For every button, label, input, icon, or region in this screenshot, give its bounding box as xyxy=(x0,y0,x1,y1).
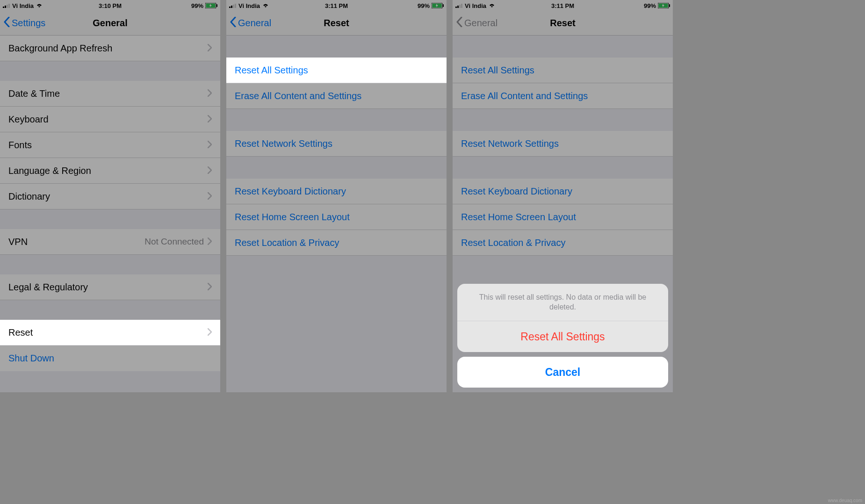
watermark: www.deuaq.com xyxy=(828,498,862,503)
page-title: General xyxy=(93,18,127,29)
row-reset-home-layout[interactable]: Reset Home Screen Layout xyxy=(226,204,447,230)
row-legal-regulatory[interactable]: Legal & Regulatory xyxy=(0,274,220,300)
row-erase-all: Erase All Content and Settings xyxy=(453,83,673,109)
cancel-button[interactable]: Cancel xyxy=(457,357,668,388)
confirm-reset-button[interactable]: Reset All Settings xyxy=(457,321,668,352)
svg-rect-10 xyxy=(235,4,236,8)
wifi-icon xyxy=(36,3,43,8)
row-label: Reset Network Settings xyxy=(235,138,438,149)
signal-icon xyxy=(229,3,237,8)
nav-bar: General Reset xyxy=(226,11,447,36)
svg-rect-7 xyxy=(229,7,231,8)
phone-screen-1: Vi India 3:10 PM 99% Settings General Ba… xyxy=(0,0,220,392)
row-label: Reset Home Screen Layout xyxy=(461,212,664,223)
chevron-right-icon xyxy=(208,166,212,176)
row-reset[interactable]: Reset xyxy=(0,320,220,346)
battery-pct: 99% xyxy=(418,2,430,9)
row-reset-all-settings[interactable]: Reset All Settings xyxy=(226,58,447,83)
svg-rect-17 xyxy=(461,4,462,8)
battery-charging-icon xyxy=(205,3,217,8)
signal-icon xyxy=(455,3,463,8)
svg-rect-3 xyxy=(8,4,10,8)
row-value: Not Connected xyxy=(144,237,204,247)
svg-rect-2 xyxy=(7,5,8,8)
row-reset-keyboard-dict: Reset Keyboard Dictionary xyxy=(453,179,673,204)
row-reset-network: Reset Network Settings xyxy=(453,131,673,157)
svg-rect-16 xyxy=(459,5,461,8)
chevron-left-icon xyxy=(230,17,236,29)
row-dictionary[interactable]: Dictionary xyxy=(0,184,220,209)
row-reset-network[interactable]: Reset Network Settings xyxy=(226,131,447,157)
svg-rect-9 xyxy=(233,5,234,8)
chevron-right-icon xyxy=(208,237,212,247)
status-time: 3:11 PM xyxy=(325,2,348,9)
row-label: Reset Location & Privacy xyxy=(235,238,438,248)
chevron-right-icon xyxy=(208,327,212,338)
row-label: Reset Location & Privacy xyxy=(461,238,664,248)
back-label: General xyxy=(464,18,497,29)
page-title: Reset xyxy=(550,18,575,29)
back-label: General xyxy=(238,18,271,29)
row-label: Reset Home Screen Layout xyxy=(235,212,438,223)
svg-rect-13 xyxy=(443,4,444,7)
row-date-time[interactable]: Date & Time xyxy=(0,81,220,107)
battery-charging-icon xyxy=(432,3,444,8)
row-reset-all-settings: Reset All Settings xyxy=(453,58,673,83)
row-label: VPN xyxy=(8,237,144,247)
battery-pct: 99% xyxy=(191,2,203,9)
carrier-label: Vi India xyxy=(12,2,34,9)
status-time: 3:11 PM xyxy=(551,2,574,9)
row-reset-location-privacy: Reset Location & Privacy xyxy=(453,230,673,256)
row-language-region[interactable]: Language & Region xyxy=(0,158,220,184)
battery-pct: 99% xyxy=(644,2,656,9)
status-bar: Vi India 3:11 PM 99% xyxy=(453,0,673,11)
row-label: Reset Keyboard Dictionary xyxy=(461,186,664,197)
row-keyboard[interactable]: Keyboard xyxy=(0,107,220,132)
row-reset-location-privacy[interactable]: Reset Location & Privacy xyxy=(226,230,447,256)
back-button-settings[interactable]: Settings xyxy=(0,17,45,29)
row-background-app-refresh[interactable]: Background App Refresh xyxy=(0,36,220,61)
wifi-icon xyxy=(488,3,496,8)
sheet-message: This will reset all settings. No data or… xyxy=(457,284,668,321)
row-label: Erase All Content and Settings xyxy=(461,91,664,101)
status-time: 3:10 PM xyxy=(99,2,122,9)
chevron-right-icon xyxy=(208,88,212,99)
nav-bar: Settings General xyxy=(0,11,220,36)
svg-rect-15 xyxy=(457,6,459,8)
chevron-right-icon xyxy=(208,191,212,202)
phone-screen-2: Vi India 3:11 PM 99% General Reset Reset… xyxy=(226,0,447,392)
carrier-label: Vi India xyxy=(465,2,486,9)
row-label: Shut Down xyxy=(8,353,212,364)
row-reset-home-layout: Reset Home Screen Layout xyxy=(453,204,673,230)
status-bar: Vi India 3:11 PM 99% xyxy=(226,0,447,11)
svg-rect-0 xyxy=(3,7,4,8)
svg-rect-1 xyxy=(5,6,6,8)
svg-rect-14 xyxy=(455,7,457,8)
row-reset-keyboard-dict[interactable]: Reset Keyboard Dictionary xyxy=(226,179,447,204)
chevron-right-icon xyxy=(208,43,212,54)
battery-charging-icon xyxy=(658,3,670,8)
row-label: Keyboard xyxy=(8,114,208,125)
row-fonts[interactable]: Fonts xyxy=(0,132,220,158)
chevron-right-icon xyxy=(208,140,212,151)
row-erase-all[interactable]: Erase All Content and Settings xyxy=(226,83,447,109)
phone-screen-3: Vi India 3:11 PM 99% General Reset Reset… xyxy=(453,0,673,392)
row-label: Language & Region xyxy=(8,166,208,176)
chevron-right-icon xyxy=(208,282,212,293)
signal-icon xyxy=(3,3,10,8)
nav-bar: General Reset xyxy=(453,11,673,36)
row-shut-down[interactable]: Shut Down xyxy=(0,346,220,371)
row-vpn[interactable]: VPNNot Connected xyxy=(0,229,220,255)
row-label: Reset All Settings xyxy=(461,65,664,76)
wifi-icon xyxy=(262,3,269,8)
row-label: Dictionary xyxy=(8,191,208,202)
back-label: Settings xyxy=(12,18,45,29)
chevron-right-icon xyxy=(208,114,212,125)
row-label: Background App Refresh xyxy=(8,43,208,54)
row-label: Erase All Content and Settings xyxy=(235,91,438,101)
chevron-left-icon xyxy=(4,17,10,29)
back-button-general[interactable]: General xyxy=(226,17,271,29)
svg-rect-20 xyxy=(669,4,670,7)
action-sheet: This will reset all settings. No data or… xyxy=(457,284,668,388)
row-label: Reset xyxy=(8,327,208,338)
